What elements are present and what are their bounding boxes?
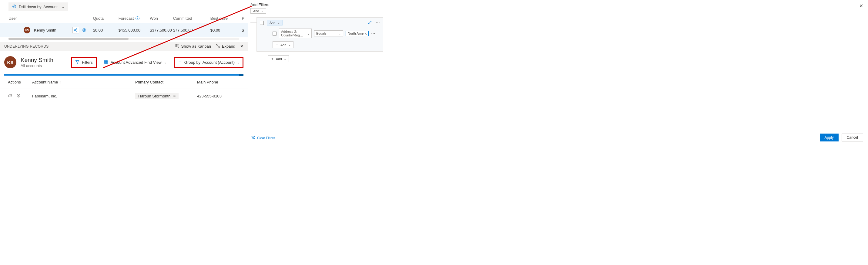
connector-line — [250, 22, 256, 23]
value-input[interactable] — [346, 31, 369, 36]
plus-icon: ＋ — [275, 43, 279, 47]
cancel-button[interactable]: Cancel — [842, 134, 863, 141]
forecast-pane: Drill down by: Account ⌄ User Quota Fore… — [0, 0, 248, 105]
operator-select[interactable]: Equals ⌄ — [314, 30, 343, 36]
view-selector-button[interactable]: Account Advanced Find View ⌄ — [101, 58, 169, 67]
cell-main-phone: 423-555-0103 — [197, 94, 244, 98]
list-icon — [178, 60, 182, 65]
open-icon[interactable] — [8, 94, 12, 99]
th-actions[interactable]: Actions — [8, 80, 32, 84]
group-and-chip[interactable]: And ⌄ — [267, 20, 283, 26]
field-select[interactable]: Address 2: Country/Reg… ⌄ — [279, 29, 312, 38]
drill-button[interactable] — [81, 27, 88, 33]
show-as-kanban-button[interactable]: Show as Kanban — [175, 44, 211, 49]
drilldown-label: Drill down by: Account — [19, 4, 58, 9]
detail-header: KS Kenny Smith All accounts Filters Acco… — [0, 51, 248, 74]
th-primary-contact[interactable]: Primary Contact — [135, 80, 197, 84]
horizontal-scrollbar[interactable] — [8, 38, 239, 40]
chevron-down-icon: ⌄ — [284, 57, 286, 60]
chevron-down-icon: ⌄ — [261, 9, 264, 13]
kanban-label: Show as Kanban — [181, 44, 211, 49]
drilldown-button[interactable]: Drill down by: Account ⌄ — [8, 2, 68, 11]
close-icon: ✕ — [240, 44, 244, 49]
avatar: KS — [24, 27, 30, 33]
share-button[interactable] — [72, 27, 79, 33]
apply-button[interactable]: Apply — [820, 134, 839, 141]
detail-title: Kenny Smith — [21, 57, 53, 63]
plus-icon: ＋ — [271, 56, 274, 61]
add-label: Add — [276, 57, 282, 61]
add-label: Add — [280, 43, 286, 47]
group-checkbox[interactable] — [260, 21, 264, 25]
info-icon[interactable]: i — [135, 17, 140, 20]
col-won[interactable]: Won — [150, 16, 173, 21]
contact-name: Haroun Stormonth — [138, 94, 170, 98]
cell-quota: $0.00 — [93, 28, 119, 32]
svg-rect-7 — [176, 44, 177, 47]
svg-rect-8 — [177, 44, 178, 46]
dialog-buttons: Apply Cancel — [820, 134, 863, 141]
more-icon[interactable]: ⋯ — [376, 20, 380, 26]
chevron-down-icon: ⌄ — [277, 21, 280, 25]
account-row[interactable]: Fabrikam, Inc. Haroun Stormonth ✕ 423-55… — [0, 89, 248, 101]
expand-icon — [216, 44, 220, 49]
underlying-records-bar: UNDERLYING RECORDS Show as Kanban Expand… — [0, 42, 248, 51]
cell-forecast: $455,000.00 — [119, 28, 150, 32]
condition-checkbox[interactable] — [273, 32, 277, 35]
condition-more-icon[interactable]: ⋯ — [371, 31, 375, 36]
grid-icon — [104, 60, 108, 65]
user-name: Kenny Smith — [34, 28, 56, 32]
svg-point-2 — [76, 29, 77, 29]
add-icon[interactable] — [17, 94, 21, 99]
remove-contact-icon[interactable]: ✕ — [173, 94, 176, 98]
col-forecast-label: Forecast — [119, 16, 134, 21]
accounts-table-header: Actions Account Name ↑ Primary Contact M… — [0, 76, 248, 89]
filters-button[interactable]: Filters — [71, 57, 96, 68]
condition-row: Address 2: Country/Reg… ⌄ Equals ⌄ ⋯ — [273, 29, 380, 38]
add-group-button[interactable]: ＋ Add ⌄ — [268, 55, 289, 62]
underlying-label: UNDERLYING RECORDS — [4, 44, 49, 49]
forecast-grid-header: User Quota Forecast i Won Committed Best… — [0, 14, 248, 23]
add-condition-button[interactable]: ＋ Add ⌄ — [273, 41, 293, 48]
root-and-chip[interactable]: And ⌄ — [250, 8, 266, 14]
svg-point-5 — [83, 29, 86, 32]
groupby-label: Group by: Account (Account) — [184, 60, 235, 65]
filter-group-card: And ⌄ ⋯ Address 2: Country/Reg… ⌄ Equa — [256, 17, 383, 52]
th-account-name[interactable]: Account Name ↑ — [32, 80, 135, 84]
groupby-button[interactable]: Group by: Account (Account) ⌄ — [174, 57, 244, 68]
col-committed[interactable]: Committed — [173, 16, 210, 21]
col-pipeline[interactable]: P — [242, 16, 248, 21]
chevron-down-icon: ⌄ — [307, 32, 310, 35]
chevron-down-icon: ⌄ — [288, 43, 291, 47]
chevron-down-icon: ⌄ — [237, 61, 240, 64]
filters-label: Filters — [82, 60, 92, 65]
chevron-down-icon: ⌄ — [61, 4, 65, 9]
th-main-phone[interactable]: Main Phone — [197, 80, 244, 84]
target-icon — [12, 4, 17, 9]
col-user[interactable]: User — [8, 16, 93, 21]
close-underlying-button[interactable]: ✕ — [240, 44, 244, 49]
contact-chip[interactable]: Haroun Stormonth ✕ — [135, 93, 179, 99]
cell-account-name: Fabrikam, Inc. — [32, 94, 135, 98]
drilldown-bar: Drill down by: Account ⌄ — [0, 0, 248, 14]
expand-button[interactable]: Expand — [216, 44, 235, 49]
forecast-row[interactable]: KS Kenny Smith $0.00 $455,000.00 $377,50… — [0, 23, 248, 37]
selection-indicator — [4, 74, 244, 76]
svg-point-3 — [76, 31, 77, 32]
svg-rect-9 — [178, 44, 179, 48]
th-name-label: Account Name — [32, 80, 58, 84]
col-forecast[interactable]: Forecast i — [119, 16, 150, 21]
filter-icon — [75, 60, 80, 65]
close-panel-button[interactable]: ✕ — [859, 3, 863, 9]
scrollbar-thumb[interactable] — [8, 38, 128, 40]
expand-group-icon[interactable] — [368, 20, 372, 26]
clear-filters-button[interactable]: Clear Filters — [251, 135, 275, 140]
field-value: Address 2: Country/Reg… — [281, 30, 307, 37]
cell-bestcase: $0.00 — [210, 28, 242, 32]
svg-point-0 — [13, 5, 16, 8]
cell-committed: $77,500.00 — [173, 28, 210, 32]
clear-label: Clear Filters — [257, 136, 275, 140]
clear-filter-icon — [251, 135, 255, 140]
col-quota[interactable]: Quota — [93, 16, 119, 21]
and-label: And — [270, 21, 276, 25]
